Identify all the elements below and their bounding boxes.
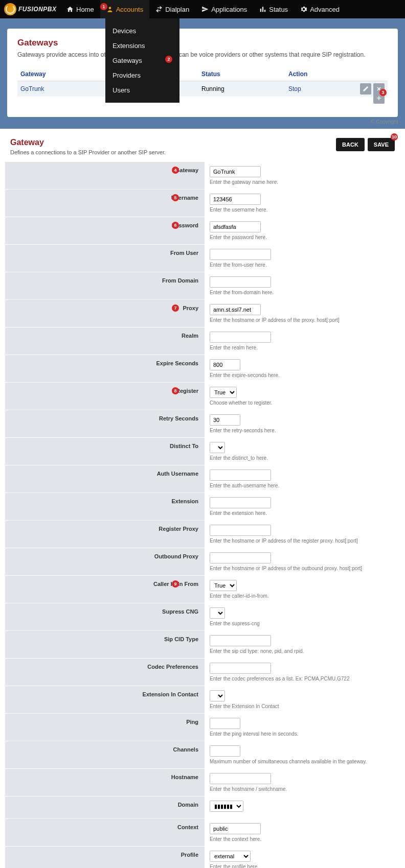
register-select[interactable]: True (210, 387, 237, 398)
dropdown-gateways[interactable]: Gateways 2 (105, 53, 179, 68)
nav-home[interactable]: Home (60, 0, 100, 18)
badge-4: 4 (172, 167, 179, 174)
register-proxy-input[interactable] (210, 525, 271, 536)
form-row: Password6Enter the password here. (5, 217, 400, 244)
svg-point-0 (108, 7, 111, 9)
form-label: From Domain (5, 272, 205, 299)
logo-icon (4, 3, 16, 15)
form-value: Enter the from-user here. (205, 245, 400, 272)
realm-input[interactable] (210, 332, 271, 343)
gateway-form-subtitle: Defines a connections to a SIP Provider … (10, 149, 166, 155)
cell-status: Running (201, 85, 288, 92)
extension-input[interactable] (210, 497, 271, 508)
nav-status-label: Status (269, 6, 288, 13)
auth-username-input[interactable] (210, 470, 271, 481)
hostname-input[interactable] (210, 773, 271, 784)
from-user-input[interactable] (210, 249, 271, 260)
form-label: Hostname (5, 769, 205, 796)
edit-button[interactable] (360, 83, 371, 95)
gateways-subtitle: Gateways provide access into other voice… (17, 51, 388, 58)
form-hint: Enter the hostname or IP address of the … (210, 538, 395, 544)
dropdown-devices[interactable]: Devices (105, 24, 179, 38)
form-hint: Maximum number of simultaneous channels … (210, 759, 395, 764)
form-hint: Enter the from-domain here. (210, 290, 395, 295)
distinct-to-select[interactable] (210, 442, 225, 453)
form-hint: Enter the username here. (210, 207, 395, 213)
retry-seconds-input[interactable] (210, 414, 240, 426)
form-value: Enter the hostname or IP address of the … (205, 300, 400, 327)
form-hint: Enter the ping interval here in seconds. (210, 731, 395, 737)
badge-5: 5 (172, 194, 179, 201)
channels-input[interactable] (210, 745, 240, 757)
th-gateway[interactable]: Gateway (17, 71, 120, 78)
proxy-input[interactable] (210, 304, 261, 315)
save-button[interactable]: SAVE (368, 138, 395, 151)
form-value: ▮▮▮▮▮▮ (205, 796, 400, 818)
form-row: Distinct ToEnter the distinct_to here. (5, 437, 400, 465)
nav-advanced[interactable]: Advanced (294, 0, 346, 18)
top-nav: FUSIONPBX Home Accounts Dialplan Applica… (0, 0, 405, 18)
bars-icon (259, 6, 266, 13)
form-hint: Enter the hostname or IP address of the … (210, 317, 395, 323)
nav-dialplan-label: Dialplan (165, 6, 189, 13)
form-hint: Enter the profile here. (210, 864, 395, 868)
domain-select[interactable]: ▮▮▮▮▮▮ (210, 801, 243, 812)
expire-seconds-input[interactable] (210, 359, 240, 370)
form-hint: Enter the expire-seconds here. (210, 372, 395, 378)
badge-6: 6 (172, 222, 179, 229)
dropdown-extensions[interactable]: Extensions (105, 38, 179, 53)
nav-accounts[interactable]: Accounts (100, 0, 149, 18)
sip-cid-type-input[interactable] (210, 635, 271, 646)
from-domain-input[interactable] (210, 276, 271, 288)
form-label: Domain (5, 796, 205, 818)
form-row: Gateway4Enter the gateway name here. (5, 161, 400, 189)
badge-9: 9 (172, 580, 179, 588)
form-hint: Enter the sip cid type: none, pid, and r… (210, 648, 395, 654)
dropdown-users[interactable]: Users (105, 83, 179, 98)
outbound-proxy-input[interactable] (210, 552, 271, 564)
table-header: Gateway Context Status Action (17, 67, 388, 81)
form-label: Register Proxy (5, 521, 205, 548)
back-button[interactable]: BACK (336, 138, 365, 151)
form-value: Enter the extension here. (205, 493, 400, 520)
password-input[interactable] (210, 221, 261, 232)
caller-id-in-from-select[interactable]: True (210, 580, 237, 591)
username-input[interactable] (210, 194, 261, 205)
nav-status[interactable]: Status (253, 0, 294, 18)
form-value: Enter the username here. (205, 190, 400, 217)
form-value: Enter the Extension In Contact (205, 686, 400, 713)
form-value: Enter the password here. (205, 217, 400, 244)
badge-2: 2 (165, 56, 172, 63)
nav-applications[interactable]: Applications (195, 0, 253, 18)
form-label: Auth Username (5, 465, 205, 492)
extension-in-contact-select[interactable] (210, 690, 225, 701)
supress-cng-select[interactable] (210, 607, 225, 619)
cell-action[interactable]: Stop (288, 85, 350, 92)
form-label: Realm (5, 327, 205, 355)
context-input[interactable] (210, 823, 261, 834)
th-status[interactable]: Status (201, 71, 288, 78)
form-row: Proxy7Enter the hostname or IP address o… (5, 299, 400, 327)
form-hint: Enter the caller-id-in-from. (210, 593, 395, 599)
cell-gateway[interactable]: GoTrunk (17, 85, 120, 92)
form-value: Enter the realm here. (205, 327, 400, 355)
form-hint: Enter the auth-username here. (210, 483, 395, 488)
ping-input[interactable] (210, 718, 240, 729)
accounts-dropdown: Devices Extensions Gateways 2 Providers … (105, 18, 179, 103)
form-value: externalEnter the profile here. (205, 847, 400, 868)
gateway-input[interactable] (210, 166, 261, 177)
codec-preferences-input[interactable] (210, 663, 271, 674)
dropdown-providers[interactable]: Providers (105, 68, 179, 83)
svg-rect-2 (262, 7, 263, 12)
profile-select[interactable]: external (210, 851, 251, 862)
form-label: Codec Preferences (5, 659, 205, 686)
form-label: Distinct To (5, 438, 205, 465)
form-row: Outbound ProxyEnter the hostname or IP a… (5, 548, 400, 575)
form-hint: Enter the extension here. (210, 510, 395, 516)
nav-dialplan[interactable]: Dialplan (149, 0, 195, 18)
paper-plane-icon (201, 6, 209, 13)
form-row: PingEnter the ping interval here in seco… (5, 713, 400, 741)
gear-icon (300, 6, 307, 13)
th-action[interactable]: Action (288, 71, 350, 78)
form-row: HostnameEnter the hostname / switchname. (5, 768, 400, 796)
